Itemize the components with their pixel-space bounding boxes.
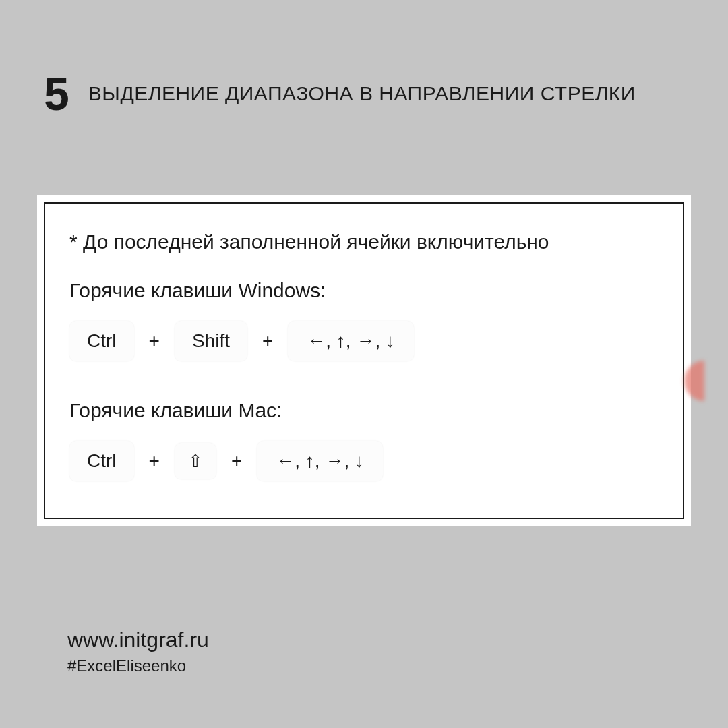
slide-title: ВЫДЕЛЕНИЕ ДИАПАЗОНА В НАПРАВЛЕНИИ СТРЕЛК… [88,82,636,105]
key-shift: Shift [175,321,247,361]
windows-hotkeys-label: Горячие клавиши Windows: [69,279,659,302]
page-header: 5 ВЫДЕЛЕНИЕ ДИАПАЗОНА В НАПРАВЛЕНИИ СТРЕ… [44,71,636,117]
footer-hashtag: #ExcelEliseenko [67,657,209,675]
key-arrows: ←, ↑, →, ↓ [257,441,383,481]
content-card: * До последней заполненной ячейки включи… [44,202,684,519]
page-footer: www.initgraf.ru #ExcelEliseenko [67,628,209,675]
key-arrows: ←, ↑, →, ↓ [288,321,414,361]
decorative-blob [684,361,704,401]
footer-url: www.initgraf.ru [67,628,209,653]
mac-hotkeys-label: Горячие клавиши Mac: [69,399,659,422]
footnote-text: * До последней заполненной ячейки включи… [69,231,659,253]
shift-up-arrow-icon: ⇧ [188,452,203,470]
windows-hotkeys-row: Ctrl + Shift + ←, ↑, →, ↓ [69,321,659,361]
plus-separator: + [144,450,165,472]
slide-number: 5 [44,71,69,117]
plus-separator: + [226,450,247,472]
plus-separator: + [257,330,278,352]
mac-hotkeys-row: Ctrl + ⇧ + ←, ↑, →, ↓ [69,441,659,481]
key-shift-icon: ⇧ [175,443,216,479]
plus-separator: + [144,330,165,352]
key-ctrl: Ctrl [69,441,134,481]
content-card-wrapper: * До последней заполненной ячейки включи… [37,195,691,526]
key-ctrl: Ctrl [69,321,134,361]
